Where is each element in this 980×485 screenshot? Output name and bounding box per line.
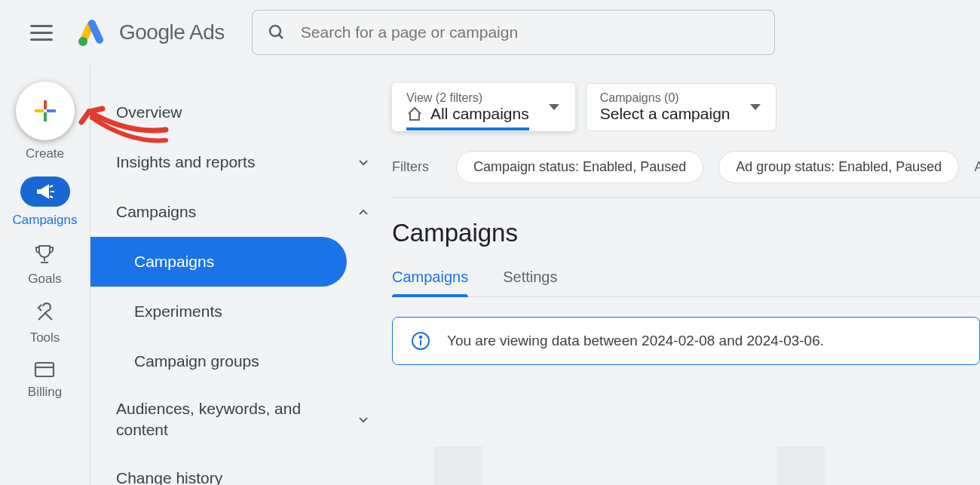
create-label: Create: [26, 146, 64, 161]
loading-placeholder: [434, 447, 482, 485]
loading-placeholder: [776, 447, 825, 485]
billing-nav[interactable]: Billing: [28, 361, 62, 400]
campaign-selector[interactable]: Campaigns (0) Select a campaign: [586, 83, 776, 131]
nav-overview[interactable]: Overview: [90, 87, 392, 137]
campaigns-nav[interactable]: Campaigns: [13, 177, 78, 228]
nav-insights[interactable]: Insights and reports: [90, 137, 392, 187]
tab-campaigns[interactable]: Campaigns: [392, 269, 468, 296]
campaign-selector-value: Select a campaign: [600, 105, 730, 123]
view-selector[interactable]: View (2 filters) All campaigns: [392, 83, 575, 131]
google-ads-logo-icon: [75, 17, 109, 48]
credit-card-icon: [33, 361, 56, 379]
nav-sub-campaigns[interactable]: Campaigns: [90, 237, 347, 287]
chevron-down-icon: [356, 413, 371, 426]
svg-line-4: [279, 35, 283, 38]
chevron-down-icon: [356, 155, 371, 169]
filter-chip-campaign-status[interactable]: Campaign status: Enabled, Paused: [456, 151, 703, 183]
filter-chip-adgroup-status[interactable]: Ad group status: Enabled, Paused: [718, 151, 959, 183]
nav-audiences-label: Audiences, keywords, and content: [116, 398, 312, 441]
svg-point-2: [78, 37, 87, 46]
goals-nav[interactable]: Goals: [28, 243, 61, 287]
chevron-up-icon: [356, 205, 371, 219]
filters-label: Filters: [392, 159, 429, 175]
svg-point-13: [420, 336, 422, 339]
product-name: Google Ads: [119, 20, 225, 45]
create-button[interactable]: Create: [16, 81, 75, 161]
search-box[interactable]: [252, 10, 775, 55]
home-icon: [406, 106, 423, 122]
search-icon: [268, 23, 286, 41]
trophy-icon: [33, 243, 56, 266]
dropdown-caret-icon: [750, 104, 761, 110]
main-menu-button[interactable]: [30, 21, 53, 44]
info-banner: You are viewing data between 2024-02-08 …: [392, 317, 980, 365]
plus-icon: [32, 97, 59, 124]
campaigns-label: Campaigns: [13, 213, 78, 228]
nav-insights-label: Insights and reports: [116, 153, 255, 171]
megaphone-icon: [35, 183, 56, 201]
tools-nav[interactable]: Tools: [30, 302, 60, 345]
page-title: Campaigns: [392, 219, 980, 247]
nav-change-history[interactable]: Change history: [90, 453, 392, 485]
svg-point-3: [270, 26, 280, 36]
nav-campaigns[interactable]: Campaigns: [90, 187, 392, 237]
info-message: You are viewing data between 2024-02-08 …: [447, 333, 824, 349]
nav-change-history-label: Change history: [116, 469, 222, 485]
svg-rect-9: [35, 363, 54, 376]
goals-label: Goals: [28, 272, 61, 287]
tab-settings[interactable]: Settings: [503, 269, 557, 296]
nav-experiments[interactable]: Experiments: [90, 287, 392, 336]
tools-icon: [34, 302, 57, 324]
svg-rect-7: [35, 109, 44, 112]
search-input[interactable]: [299, 23, 759, 42]
nav-overview-label: Overview: [116, 103, 182, 121]
tools-label: Tools: [30, 330, 60, 345]
view-selector-subtitle: View (2 filters): [406, 91, 529, 105]
billing-label: Billing: [28, 385, 62, 400]
info-icon: [411, 331, 430, 351]
divider: [392, 197, 980, 198]
nav-experiments-label: Experiments: [134, 302, 222, 321]
nav-campaign-groups-label: Campaign groups: [134, 352, 259, 370]
dropdown-caret-icon: [549, 104, 559, 110]
view-selector-value: All campaigns: [430, 105, 529, 123]
nav-campaign-groups[interactable]: Campaign groups: [90, 336, 392, 386]
add-filter-button[interactable]: Add fi: [974, 159, 980, 175]
nav-audiences[interactable]: Audiences, keywords, and content: [90, 386, 392, 453]
svg-rect-8: [47, 109, 56, 112]
svg-rect-6: [44, 112, 47, 121]
nav-sub-campaigns-label: Campaigns: [134, 253, 214, 271]
nav-campaigns-label: Campaigns: [116, 203, 196, 221]
svg-rect-5: [44, 100, 47, 109]
product-logo[interactable]: Google Ads: [75, 17, 225, 48]
campaign-selector-subtitle: Campaigns (0): [600, 91, 730, 105]
